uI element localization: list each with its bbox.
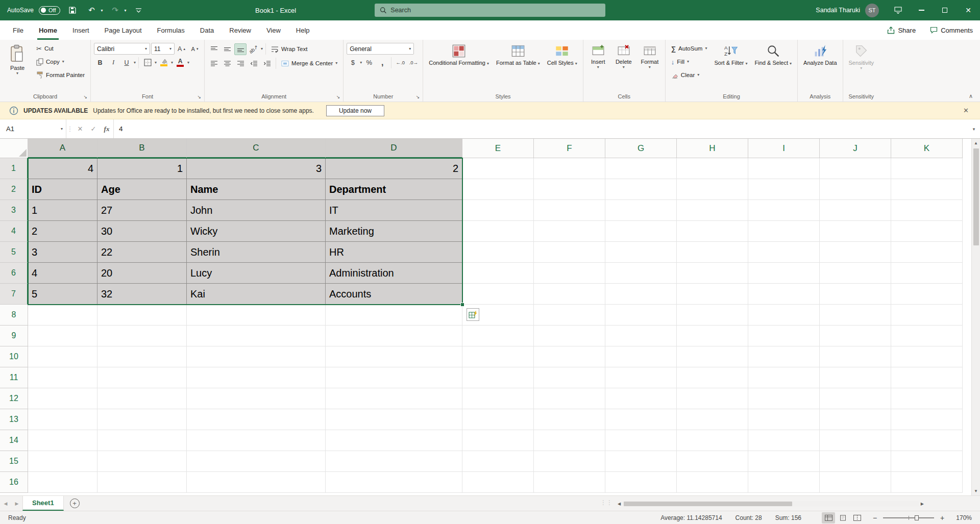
message-close-icon[interactable]: ✕ <box>961 107 971 114</box>
name-box-caret-icon[interactable] <box>61 127 63 131</box>
row-header-5[interactable]: 5 <box>0 242 28 263</box>
cell-D7[interactable]: Accounts <box>326 284 462 305</box>
cell-F9[interactable] <box>534 326 605 346</box>
cell-F4[interactable] <box>534 221 605 242</box>
ribbon-display-options-button[interactable] <box>886 0 910 20</box>
cell-J9[interactable] <box>820 326 891 346</box>
zoom-percentage[interactable]: 170% <box>950 514 972 521</box>
cell-D12[interactable] <box>326 388 462 409</box>
format-painter-button[interactable]: Format Painter <box>34 69 87 81</box>
cell-F11[interactable] <box>534 367 605 388</box>
cell-J13[interactable] <box>820 409 891 430</box>
tab-review[interactable]: Review <box>222 20 259 40</box>
cell-G12[interactable] <box>605 388 677 409</box>
cell-G14[interactable] <box>605 430 677 451</box>
cell-H7[interactable] <box>677 284 748 305</box>
cell-D11[interactable] <box>326 367 462 388</box>
status-average[interactable]: Average: 11.14285714 <box>660 514 722 521</box>
row-header-7[interactable]: 7 <box>0 284 28 305</box>
cell-H11[interactable] <box>677 367 748 388</box>
horizontal-scrollbar-thumb[interactable] <box>624 502 792 506</box>
cell-K11[interactable] <box>891 367 963 388</box>
cell-G6[interactable] <box>605 263 677 284</box>
cell-I15[interactable] <box>748 451 820 472</box>
insert-function-button[interactable]: fx <box>100 119 113 138</box>
cell-J5[interactable] <box>820 242 891 263</box>
increase-indent-button[interactable] <box>261 58 273 69</box>
cell-C7[interactable]: Kai <box>187 284 326 305</box>
tab-insert[interactable]: Insert <box>65 20 97 40</box>
cell-D3[interactable]: IT <box>326 200 462 221</box>
cell-G2[interactable] <box>605 179 677 200</box>
vertical-scrollbar[interactable]: ▲ ▼ <box>971 139 980 495</box>
cell-D6[interactable]: Administration <box>326 263 462 284</box>
comma-style-button[interactable]: , <box>376 57 388 68</box>
cell-B2[interactable]: Age <box>97 179 187 200</box>
autosum-button[interactable]: ∑ AutoSum <box>669 42 710 55</box>
cell-K12[interactable] <box>891 388 963 409</box>
cell-C12[interactable] <box>187 388 326 409</box>
row-header-1[interactable]: 1 <box>0 158 28 179</box>
accounting-format-button[interactable]: $ <box>347 57 359 68</box>
cell-B12[interactable] <box>97 388 187 409</box>
cell-G7[interactable] <box>605 284 677 305</box>
align-bottom-button[interactable] <box>234 43 247 55</box>
cell-J3[interactable] <box>820 200 891 221</box>
cell-C2[interactable]: Name <box>187 179 326 200</box>
tab-scrollbar-splitter[interactable]: ⋮⋮ <box>600 499 612 506</box>
cell-J11[interactable] <box>820 367 891 388</box>
column-header-A[interactable]: A <box>28 139 97 158</box>
cell-E1[interactable] <box>462 158 534 179</box>
number-dialog-launcher[interactable] <box>416 95 420 99</box>
cell-A9[interactable] <box>28 326 97 346</box>
cell-I2[interactable] <box>748 179 820 200</box>
cell-D2[interactable]: Department <box>326 179 462 200</box>
cell-D8[interactable] <box>326 305 462 326</box>
borders-button[interactable] <box>141 57 154 68</box>
orientation-caret-icon[interactable] <box>261 47 263 51</box>
cell-G15[interactable] <box>605 451 677 472</box>
zoom-slider-thumb[interactable] <box>915 515 919 520</box>
row-header-16[interactable]: 16 <box>0 472 28 493</box>
find-select-button[interactable]: Find & Select <box>752 41 795 67</box>
scroll-right-icon[interactable]: ▶ <box>921 502 924 506</box>
cell-D14[interactable] <box>326 430 462 451</box>
cell-E13[interactable] <box>462 409 534 430</box>
page-break-view-button[interactable] <box>850 512 864 523</box>
cell-H5[interactable] <box>677 242 748 263</box>
cell-B8[interactable] <box>97 305 187 326</box>
fill-color-button[interactable] <box>158 57 170 68</box>
delete-cells-button[interactable]: Delete <box>612 41 635 70</box>
maximize-button[interactable] <box>933 0 957 20</box>
column-header-H[interactable]: H <box>677 139 748 158</box>
cell-E14[interactable] <box>462 430 534 451</box>
align-center-button[interactable] <box>221 58 233 69</box>
conditional-formatting-button[interactable]: Conditional Formatting <box>426 41 492 67</box>
expand-formula-bar-icon[interactable]: ▾ <box>968 119 980 138</box>
cell-C6[interactable]: Lucy <box>187 263 326 284</box>
row-header-10[interactable]: 10 <box>0 346 28 367</box>
cell-K2[interactable] <box>891 179 963 200</box>
update-now-button[interactable]: Update now <box>326 105 384 116</box>
status-count[interactable]: Count: 28 <box>736 514 762 521</box>
cell-E11[interactable] <box>462 367 534 388</box>
align-top-button[interactable] <box>208 43 220 55</box>
cell-A2[interactable]: ID <box>28 179 97 200</box>
sheet-nav-right-icon[interactable]: ▶ <box>11 496 22 511</box>
cell-J8[interactable] <box>820 305 891 326</box>
format-cells-button[interactable]: Format <box>638 41 662 70</box>
customize-quick-access-button[interactable] <box>132 3 146 17</box>
cell-H8[interactable] <box>677 305 748 326</box>
cell-G5[interactable] <box>605 242 677 263</box>
cell-J10[interactable] <box>820 346 891 367</box>
cell-G10[interactable] <box>605 346 677 367</box>
underline-caret-icon[interactable] <box>134 61 136 65</box>
horizontal-scrollbar-track[interactable] <box>623 501 919 507</box>
decrease-decimal-button[interactable]: .0→ <box>407 57 420 68</box>
cell-K15[interactable] <box>891 451 963 472</box>
cell-G11[interactable] <box>605 367 677 388</box>
cell-E2[interactable] <box>462 179 534 200</box>
orientation-button[interactable]: ab↗ <box>248 43 260 55</box>
cell-C16[interactable] <box>187 472 326 493</box>
cell-C15[interactable] <box>187 451 326 472</box>
